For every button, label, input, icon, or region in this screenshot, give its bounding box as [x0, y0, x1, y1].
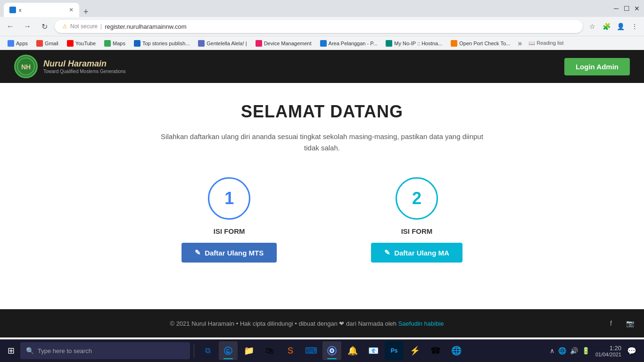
daftar-mts-icon: ✎ [195, 248, 201, 257]
browser-actions: ☆ 🧩 👤 ⋮ [586, 21, 640, 32]
refresh-button[interactable]: ↻ [38, 20, 51, 33]
taskbar-app-vscode[interactable]: ⌨ [302, 341, 321, 360]
settings-icon[interactable]: ⋮ [629, 21, 640, 32]
taskbar-app-store[interactable]: 🛍 [260, 341, 279, 360]
extensions-icon[interactable]: 🧩 [601, 21, 612, 32]
taskbar-app-taskview[interactable]: ⧉ [198, 341, 217, 360]
card1-label: ISI FORM [214, 227, 245, 235]
tray-volume[interactable]: 🔊 [570, 347, 578, 354]
separator: | [100, 23, 102, 30]
taskbar-app-globe[interactable]: 🌐 [447, 341, 466, 360]
bookmark-star-icon[interactable]: ☆ [586, 21, 598, 32]
taskbar-app-misc1[interactable]: 🔔 [343, 341, 362, 360]
footer: © 2021 Nurul Haramain • Hak cipta dilind… [0, 309, 644, 337]
taskbar-app-explorer[interactable]: 📁 [239, 341, 258, 360]
bookmark-maps[interactable]: Maps [100, 39, 129, 48]
bookmark-gmail[interactable]: Gmail [33, 39, 62, 48]
bookmark-port-icon [451, 40, 457, 47]
bookmark-stories-label: Top stories publish... [142, 41, 190, 46]
taskbar-app-photoshop[interactable]: Ps [385, 341, 404, 360]
card-ma: 2 ISI FORM ✎ Daftar Ulang MA [371, 177, 462, 263]
facebook-icon[interactable]: f [605, 318, 617, 329]
address-input[interactable]: ⚠ Not secure | register.nurulharamainnw.… [55, 20, 583, 33]
bookmark-gmail-icon [36, 40, 43, 47]
taskbar-app-misc4[interactable]: ☎ [426, 341, 445, 360]
bookmark-port[interactable]: Open Port Check To... [447, 39, 514, 48]
taskbar: ⊞ 🔍 Type here to search ⧉ 📁 🛍 S ⌨ 🔔 📧 Ps… [0, 339, 644, 362]
bookmark-myip[interactable]: My No-IP :: Hostna... [382, 39, 446, 48]
address-bar-row: ← → ↻ ⚠ Not secure | register.nurulharam… [0, 17, 644, 36]
bookmark-youtube-label: YouTube [75, 41, 96, 46]
logo-tagline: Toward Qualified Moslems Generations [43, 69, 126, 74]
taskbar-app-edge[interactable] [219, 341, 238, 360]
taskbar-search[interactable]: 🔍 Type here to search [20, 342, 190, 359]
svg-point-4 [330, 349, 333, 352]
footer-social: f 📷 [605, 318, 636, 329]
main-content: SELAMAT DATANG Silahkan daftarkan ulang … [0, 83, 644, 309]
bookmark-area[interactable]: Area Pelanggan - P... [316, 39, 381, 48]
bookmark-gentelella[interactable]: Gentelella Alela! | [194, 39, 250, 48]
taskbar-apps: ⧉ 📁 🛍 S ⌨ 🔔 📧 Ps ⚡ ☎ 🌐 [198, 341, 548, 360]
tab-favicon [9, 7, 16, 13]
close-button[interactable]: ✕ [634, 5, 640, 12]
bookmark-stories[interactable]: Top stories publish... [130, 39, 193, 48]
bookmark-gentelella-label: Gentelella Alela! | [206, 41, 247, 46]
tab-strip: x ✕ + [4, 0, 92, 17]
footer-text: © 2021 Nurul Haramain • Hak cipta dilind… [8, 320, 605, 327]
reading-list-button[interactable]: 📖 Reading list [526, 40, 567, 46]
bookmark-apps[interactable]: Apps [4, 39, 32, 48]
system-clock[interactable]: 1:20 01/04/2021 [595, 345, 621, 357]
card2-label: ISI FORM [401, 227, 433, 235]
start-button[interactable]: ⊞ [4, 344, 18, 358]
bookmark-maps-label: Maps [113, 41, 125, 46]
active-tab[interactable]: x ✕ [4, 3, 79, 17]
title-bar: x ✕ + ─ ☐ ✕ [0, 0, 644, 17]
more-bookmarks-icon[interactable]: » [515, 39, 525, 48]
browser-chrome: x ✕ + ─ ☐ ✕ ← → ↻ ⚠ Not secure | registe… [0, 0, 644, 50]
tray-battery[interactable]: 🔋 [582, 347, 590, 354]
tray-network[interactable]: 🌐 [558, 347, 566, 354]
login-admin-button[interactable]: Login Admin [564, 58, 630, 75]
tab-title: x [19, 7, 66, 13]
security-label: Not secure [70, 23, 98, 30]
number-2: 2 [412, 189, 421, 208]
daftar-ma-button[interactable]: ✎ Daftar Ulang MA [371, 243, 462, 263]
daftar-ma-icon: ✎ [384, 248, 390, 257]
navbar: NH Nurul Haramain Toward Qualified Mosle… [0, 50, 644, 83]
bookmark-myip-label: My No-IP :: Hostna... [394, 41, 442, 46]
footer-author: Saefudin habibie [398, 320, 444, 327]
bookmark-gentelella-icon [198, 40, 205, 47]
window-controls: ─ ☐ ✕ [613, 5, 640, 12]
minimize-button[interactable]: ─ [613, 5, 619, 12]
url-text: register.nurulharamainnw.com [105, 23, 186, 30]
number-circle-1: 1 [208, 177, 250, 220]
notification-icon[interactable]: 💬 [627, 346, 636, 355]
bookmark-device[interactable]: Device Management [252, 39, 315, 48]
tray-chevron[interactable]: ∧ [550, 347, 554, 354]
taskbar-right: ∧ 🌐 🔊 🔋 1:20 01/04/2021 💬 [550, 345, 640, 357]
number-1: 1 [224, 189, 234, 208]
bookmark-maps-icon [104, 40, 111, 47]
tray-icons: ∧ 🌐 🔊 🔋 [550, 347, 590, 354]
maximize-button[interactable]: ☐ [623, 5, 630, 12]
close-tab-icon[interactable]: ✕ [69, 7, 74, 13]
new-tab-button[interactable]: + [80, 7, 92, 17]
bookmark-youtube-icon [67, 40, 74, 47]
clock-date: 01/04/2021 [595, 352, 621, 357]
profile-icon[interactable]: 👤 [615, 21, 626, 32]
logo-image: NH [14, 55, 38, 78]
bookmark-youtube[interactable]: YouTube [63, 39, 99, 48]
forward-button[interactable]: → [21, 20, 34, 33]
daftar-mts-button[interactable]: ✎ Daftar Ulang MTS [182, 243, 277, 263]
instagram-icon[interactable]: 📷 [624, 318, 636, 329]
bookmarks-bar: Apps Gmail YouTube Maps Top stories publ… [0, 36, 644, 50]
taskbar-app-chrome[interactable] [322, 341, 341, 360]
logo-area: NH Nurul Haramain Toward Qualified Mosle… [14, 55, 126, 78]
taskbar-app-sublime[interactable]: S [281, 341, 300, 360]
daftar-ma-label: Daftar Ulang MA [394, 249, 449, 257]
bookmark-port-label: Open Port Check To... [459, 41, 510, 46]
taskbar-app-misc3[interactable]: ⚡ [405, 341, 424, 360]
back-button[interactable]: ← [4, 20, 17, 33]
taskbar-app-misc2[interactable]: 📧 [364, 341, 383, 360]
taskbar-divider [194, 344, 194, 358]
